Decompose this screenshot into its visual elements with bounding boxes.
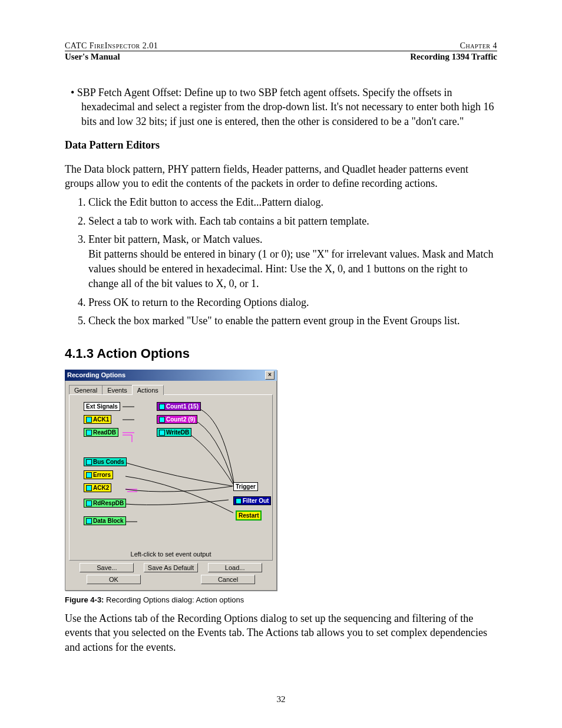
figure-number: Figure 4-3: xyxy=(65,595,104,604)
action-filter-out[interactable]: Filter Out xyxy=(233,496,271,505)
event-data-block[interactable]: Data Block xyxy=(84,516,126,525)
actions-panel[interactable]: Ext Signals ACK1 ReadDB Bus Conds Errors… xyxy=(69,394,273,561)
dialog-titlebar[interactable]: Recording Options × xyxy=(65,370,277,381)
tab-general[interactable]: General xyxy=(69,385,103,395)
heading-data-pattern-editors: Data Pattern Editors xyxy=(65,139,497,151)
header-product: CATC FireInspector 2.01 xyxy=(65,41,158,51)
event-bus-conds[interactable]: Bus Conds xyxy=(84,457,127,466)
bullet-sbp-offset: SBP Fetch Agent Offset: Define up to two… xyxy=(81,85,497,129)
step-1: Click the Edit button to access the Edit… xyxy=(88,195,497,210)
dot-icon xyxy=(86,518,92,524)
dot-icon xyxy=(159,404,165,410)
header-manual: User's Manual xyxy=(65,52,120,62)
dialog-title: Recording Options xyxy=(67,371,125,378)
dot-icon xyxy=(159,417,165,423)
header-section: Recording 1394 Traffic xyxy=(410,52,497,62)
event-ext-signals[interactable]: Ext Signals xyxy=(84,402,120,411)
load-button[interactable]: Load... xyxy=(208,563,262,572)
dot-icon xyxy=(86,459,92,465)
dialog-body: General Events Actions xyxy=(65,381,277,591)
dot-icon xyxy=(86,472,92,478)
dot-icon xyxy=(236,498,242,504)
action-restart[interactable]: Restart xyxy=(236,510,262,521)
dot-icon xyxy=(86,417,92,423)
event-writedb[interactable]: WriteDB xyxy=(157,428,191,437)
figure-recording-options: Recording Options × General Events Actio… xyxy=(65,370,497,604)
dot-icon xyxy=(86,485,92,491)
save-default-button[interactable]: Save As Default xyxy=(144,563,198,572)
event-errors[interactable]: Errors xyxy=(84,470,113,479)
event-readdb[interactable]: ReadDB xyxy=(84,428,118,437)
steps-list: Click the Edit button to access the Edit… xyxy=(65,195,497,328)
ok-button[interactable]: OK xyxy=(87,575,141,584)
step-2: Select a tab to work with. Each tab cont… xyxy=(88,214,497,229)
event-rdrespdb[interactable]: RdRespDB xyxy=(84,499,126,508)
event-ack1[interactable]: ACK1 xyxy=(84,415,111,424)
button-row-1: Save... Save As Default Load... xyxy=(69,561,273,575)
para-dp-intro: The Data block pattern, PHY pattern fiel… xyxy=(65,162,497,191)
panel-hint: Left-click to set event output xyxy=(70,551,272,558)
header-top: CATC FireInspector 2.01 Chapter 4 xyxy=(65,41,497,51)
tab-actions[interactable]: Actions xyxy=(132,385,164,395)
step-4: Press OK to return to the Recording Opti… xyxy=(88,295,497,310)
dot-icon xyxy=(86,430,92,436)
header-chapter: Chapter 4 xyxy=(460,41,497,51)
step-3-a: Enter bit pattern, Mask, or Match values… xyxy=(88,233,262,245)
dot-icon xyxy=(159,430,165,436)
counter-count2[interactable]: Count2 (9) xyxy=(157,415,197,424)
step-3-b: Bit patterns should be entered in binary… xyxy=(88,248,494,289)
event-ack2[interactable]: ACK2 xyxy=(84,483,111,492)
page-number: 32 xyxy=(277,694,286,704)
dot-icon xyxy=(86,500,92,506)
dialog-recording-options: Recording Options × General Events Actio… xyxy=(65,370,277,591)
button-row-2: OK Cancel xyxy=(69,575,273,587)
figure-caption-text: Recording Options dialog: Action options xyxy=(104,595,244,604)
figure-caption: Figure 4-3: Recording Options dialog: Ac… xyxy=(65,595,497,604)
action-trigger[interactable]: Trigger xyxy=(233,482,258,491)
step-5: Check the box marked "Use" to enable the… xyxy=(88,314,497,328)
header-sub: User's Manual Recording 1394 Traffic xyxy=(65,51,497,62)
tab-bar: General Events Actions xyxy=(69,384,273,394)
para-closing: Use the Actions tab of the Recording Opt… xyxy=(65,611,497,654)
heading-action-options: 4.1.3 Action Options xyxy=(65,346,497,361)
step-3: Enter bit pattern, Mask, or Match values… xyxy=(88,232,497,292)
tab-events[interactable]: Events xyxy=(102,385,133,395)
close-icon[interactable]: × xyxy=(265,371,275,380)
save-button[interactable]: Save... xyxy=(80,563,134,572)
cancel-button[interactable]: Cancel xyxy=(201,575,255,584)
counter-count1[interactable]: Count1 (15) xyxy=(157,402,201,411)
